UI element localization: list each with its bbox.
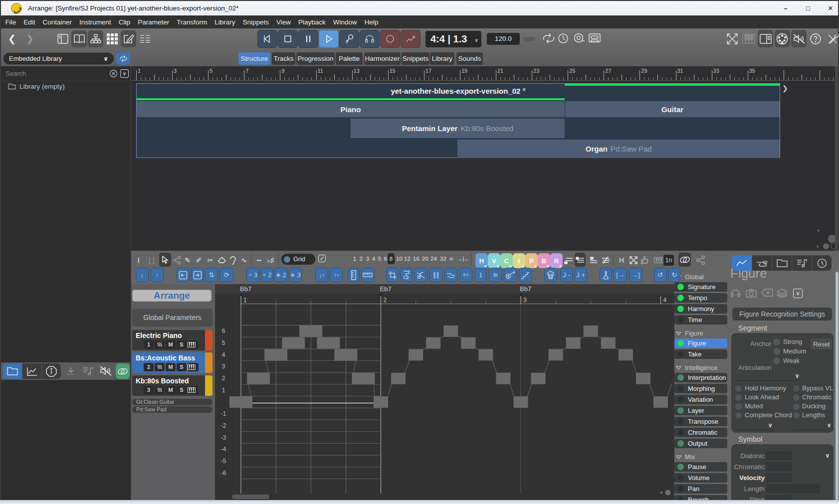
symbol-input-chromatic[interactable] — [766, 462, 792, 471]
layers-icon[interactable] — [777, 289, 788, 298]
param-morphing[interactable]: Morphing — [674, 384, 727, 393]
flask-button[interactable] — [600, 268, 612, 282]
menu-library[interactable]: Library — [211, 18, 239, 26]
figure-note[interactable] — [514, 396, 528, 408]
fullscreen-icon[interactable] — [724, 30, 740, 47]
phrase-list-icon[interactable] — [83, 366, 94, 375]
menu-clip[interactable]: Clip — [115, 18, 134, 26]
zoom-dot-small2[interactable] — [817, 245, 819, 248]
tab-structure[interactable]: Structure — [238, 52, 270, 65]
library-refresh-button[interactable] — [116, 52, 130, 65]
menu-parameter[interactable]: Parameter — [134, 18, 173, 26]
tie-button[interactable] — [444, 268, 457, 282]
cassette-icon[interactable] — [589, 33, 601, 43]
menu-instrument[interactable]: Instrument — [76, 18, 115, 26]
mute-button[interactable]: M — [166, 363, 176, 371]
tempo-box[interactable]: 120.0 — [487, 33, 520, 45]
piano-icon[interactable] — [741, 30, 757, 47]
cut-note-button[interactable]: ✄ — [459, 268, 472, 282]
figure-note[interactable] — [619, 349, 633, 360]
figure-note[interactable] — [496, 373, 510, 384]
keyboard-btn[interactable] — [654, 254, 664, 266]
figure-note[interactable] — [409, 349, 423, 360]
record-button[interactable] — [380, 30, 400, 48]
tab-snippets[interactable]: Snippets — [402, 52, 429, 65]
inspector-scrollbar[interactable] — [836, 272, 839, 500]
color-button-r[interactable]: R∨ — [550, 253, 563, 268]
phrases-tab[interactable] — [792, 255, 812, 271]
figure-note[interactable] — [461, 337, 475, 349]
ear-tool[interactable] — [228, 254, 237, 266]
figure-tab[interactable] — [732, 255, 752, 271]
move-down-seg-button[interactable]: ↓▫ — [315, 268, 328, 282]
j-plus-button[interactable]: J + — [574, 268, 587, 282]
solo-button[interactable]: S — [177, 386, 187, 394]
quantize-button[interactable] — [400, 268, 413, 282]
crop-button[interactable] — [386, 268, 399, 282]
tab-tracks[interactable]: Tracks — [272, 52, 295, 65]
checkbox-lengths[interactable] — [793, 412, 800, 419]
folder-tab[interactable] — [772, 255, 792, 271]
figure-note[interactable] — [426, 337, 440, 349]
nav-back-button[interactable]: ❮ — [8, 33, 16, 44]
strum-button[interactable]: \\\ — [155, 340, 165, 349]
timeline-ruler[interactable]: 1357911131517192123252729313335 — [131, 66, 835, 81]
panel-left-icon[interactable] — [55, 30, 70, 47]
division-5[interactable]: 5 — [377, 256, 383, 262]
track-number-button[interactable]: 1 — [144, 340, 154, 349]
tree-icon[interactable] — [88, 30, 103, 47]
split-note-button[interactable] — [415, 268, 427, 282]
division-20[interactable]: 20 — [421, 256, 429, 262]
symbol-input-diatonic[interactable] — [766, 451, 792, 460]
divide-2-button[interactable]: ÷ 2 — [261, 268, 273, 282]
menu-window[interactable]: Window — [329, 18, 361, 26]
ruler-h-button[interactable] — [361, 268, 374, 282]
search-input[interactable]: Search — [5, 70, 26, 77]
ruler-v-button[interactable] — [348, 268, 360, 282]
menu-edit[interactable]: Edit — [20, 18, 39, 26]
edit-icon[interactable] — [121, 30, 136, 47]
tab-palette[interactable]: Palette — [336, 52, 363, 65]
align-left-icon[interactable] — [575, 253, 586, 267]
zoom-dot-mid[interactable] — [823, 243, 829, 249]
segment-dropdown-right[interactable]: ∨ — [793, 421, 834, 430]
multidraw-tool[interactable]: ✐ — [194, 254, 204, 266]
param-layer[interactable]: Layer — [674, 406, 727, 415]
param-group-intelligence[interactable]: Intelligence — [676, 364, 718, 371]
wave-tool[interactable]: ∿ — [239, 254, 249, 266]
eraser-tool[interactable] — [217, 254, 226, 266]
param-time[interactable]: Time — [674, 315, 727, 325]
library-selector[interactable]: Embedded Library ∨ — [3, 53, 114, 64]
division-32[interactable]: 32 — [439, 256, 447, 262]
keyboard-button[interactable] — [188, 363, 199, 371]
play-button[interactable] — [319, 30, 339, 48]
track-number-button[interactable]: 3 — [144, 386, 154, 394]
track-collapsed-pd-saw-pad[interactable]: Pd:Saw Pad — [132, 406, 212, 413]
figure-note[interactable] — [264, 349, 287, 360]
phrase-block-pentamin-layer[interactable]: Pentamin LayerKb:80s Boosted — [351, 119, 565, 138]
multiply-2-button[interactable]: ∗ 2 — [274, 268, 287, 282]
cursor-tool[interactable] — [159, 253, 171, 267]
figure-note[interactable] — [566, 337, 581, 349]
figure-note[interactable] — [391, 373, 406, 384]
list-icon[interactable] — [137, 30, 153, 47]
sidebar-info-view[interactable] — [42, 363, 61, 379]
param-group-mix[interactable]: Mix — [676, 453, 695, 461]
param-reverb[interactable]: Reverb — [674, 495, 727, 500]
headphones-icon[interactable] — [730, 289, 741, 298]
track-collapsed-gt-clean-guitar[interactable]: Gt:Clean Guitar — [132, 399, 212, 405]
track-bs-acoustic-bass[interactable]: Bs:Acoustic Bass2\\\MS — [132, 352, 212, 373]
tape-icon[interactable] — [573, 33, 585, 44]
checkbox-ducking[interactable] — [793, 403, 800, 410]
keyboard-button[interactable] — [188, 386, 199, 394]
structure-container[interactable]: yet-another-blues-export-version_02 ° Pi… — [136, 83, 780, 158]
division-12[interactable]: 12 — [403, 256, 412, 262]
nudge-down-button[interactable]: ↓ — [136, 268, 149, 282]
headphones-button[interactable] — [360, 30, 380, 48]
param-pan[interactable]: Pan — [674, 484, 727, 494]
mute-button[interactable]: M — [166, 340, 176, 349]
time-signature-box[interactable]: 4:4 | 1.3∨ — [425, 31, 481, 47]
checkbox-complete-chord[interactable] — [735, 412, 742, 419]
division-∞[interactable]: ∞ — [448, 256, 454, 262]
param-transpose[interactable]: Transpose — [674, 417, 727, 426]
